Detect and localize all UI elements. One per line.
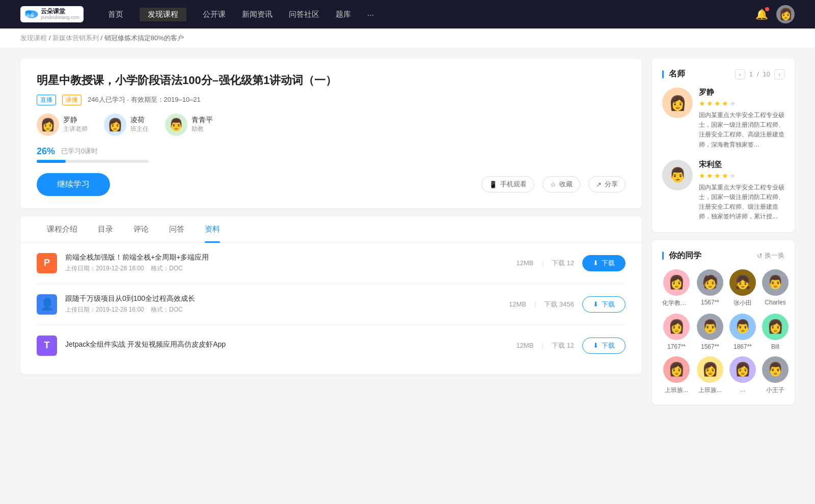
course-title: 明星中教授课，小学阶段语法100分–强化级第1讲动词（一） bbox=[37, 73, 626, 89]
refresh-icon: ↺ bbox=[757, 252, 763, 260]
classmate-10[interactable]: 👩 上班族... bbox=[697, 356, 723, 395]
classmates-title: 你的同学 bbox=[662, 250, 701, 261]
tab-comment[interactable]: 评论 bbox=[123, 216, 159, 242]
classmate-name-11: ... bbox=[740, 386, 745, 393]
tabs-section: 课程介绍 目录 评论 问答 资料 P 前端全栈加强版！前端全栈+全周期+多端应用… bbox=[20, 216, 642, 374]
teachers-prev-button[interactable]: ‹ bbox=[735, 69, 745, 79]
teachers-panel-title: 名师 bbox=[662, 69, 685, 79]
teachers-next-button[interactable]: › bbox=[774, 69, 784, 79]
classmate-name-9: 上班族... bbox=[665, 386, 688, 395]
nav-right: 🔔 👩 bbox=[755, 5, 795, 23]
download-icon-3: ⬇ bbox=[593, 342, 599, 349]
classmate-5[interactable]: 👩 1767** bbox=[662, 314, 691, 350]
classmate-9[interactable]: 👩 上班族... bbox=[662, 356, 691, 395]
teacher-1-role: 主讲老师 bbox=[63, 125, 88, 133]
teacher-1-avatar: 👩 bbox=[37, 114, 59, 136]
classmate-6[interactable]: 👨 1567** bbox=[697, 314, 723, 350]
classmate-name-2: 1567** bbox=[701, 299, 719, 306]
teacher-1-name: 罗静 bbox=[63, 116, 88, 125]
classmate-8[interactable]: 👩 Bill bbox=[762, 314, 789, 350]
teacher-3-role: 助教 bbox=[192, 125, 213, 133]
breadcrumb-series[interactable]: 新媒体营销系列 bbox=[52, 34, 99, 42]
resource-name-3: Jetpack全组件实战 开发短视频应用高仿皮皮虾App bbox=[65, 340, 508, 349]
classmate-1[interactable]: 👩 化学教书... bbox=[662, 269, 691, 307]
teacher-panel-desc-1: 国内某重点大学安全工程专业硕士，国家一级注册消防工程师、注册安全工程师、高级注册… bbox=[699, 110, 784, 150]
resource-size-1: 12MB bbox=[517, 259, 534, 267]
tab-catalog[interactable]: 目录 bbox=[88, 216, 123, 242]
resource-size-2: 12MB bbox=[509, 300, 526, 308]
teacher-3-name: 青青平 bbox=[192, 116, 213, 125]
breadcrumb: 发现课程 / 新媒体营销系列 / 销冠修炼术搞定80%的客户 bbox=[0, 29, 815, 48]
course-actions: 继续学习 📱 手机观看 ☆ 收藏 ↗ 分享 bbox=[37, 173, 626, 196]
left-panel: 明星中教授课，小学阶段语法100分–强化级第1讲动词（一） 直播 录播 246人… bbox=[20, 59, 642, 413]
teacher-panel-desc-2: 国内某重点大学安全工程专业硕士，国家一级注册消防工程师、注册安全工程师、级注册建… bbox=[699, 183, 784, 222]
classmate-avatar-11: 👩 bbox=[729, 356, 756, 383]
nav-qa[interactable]: 问答社区 bbox=[289, 8, 319, 21]
nav-home[interactable]: 首页 bbox=[108, 8, 123, 21]
nav-exam[interactable]: 题库 bbox=[336, 8, 351, 21]
collect-button[interactable]: ☆ 收藏 bbox=[542, 176, 580, 192]
classmates-header: 你的同学 ↺ 换一换 bbox=[662, 250, 784, 261]
classmate-7[interactable]: 👨 1867** bbox=[729, 314, 756, 350]
classmate-name-10: 上班族... bbox=[698, 386, 722, 395]
nav-more[interactable]: ··· bbox=[367, 8, 374, 21]
resource-item-2: 👤 跟随千万级项目从0到100全过程高效成长 上传日期：2019-12-28 1… bbox=[37, 284, 626, 325]
tag-record: 录播 bbox=[62, 95, 82, 105]
tab-qa[interactable]: 问答 bbox=[159, 216, 195, 242]
continue-button[interactable]: 继续学习 bbox=[37, 173, 110, 196]
notification-dot bbox=[765, 7, 769, 11]
resource-meta-1: 上传日期：2019-12-28 16:00 格式：DOC bbox=[65, 264, 508, 273]
nav-news[interactable]: 新闻资讯 bbox=[242, 8, 273, 21]
classmate-11[interactable]: 👩 ... bbox=[729, 356, 756, 395]
resource-icon-1: P bbox=[37, 253, 57, 273]
classmates-grid: 👩 化学教书... 🧑 1567** 👧 张小田 👨 Charles 👩 bbox=[662, 269, 784, 395]
mobile-view-button[interactable]: 📱 手机观看 bbox=[481, 176, 534, 192]
classmate-2[interactable]: 🧑 1567** bbox=[697, 269, 723, 307]
resource-downloads-2: 下载 3456 bbox=[544, 300, 574, 309]
teacher-panel-item-2: 👨 宋利坚 ★ ★ ★ ★ ★ 国内某重点大学安全工程专业硕士，国家一级注册消防… bbox=[662, 160, 784, 222]
teacher-2-role: 班主任 bbox=[130, 125, 149, 133]
classmate-3[interactable]: 👧 张小田 bbox=[729, 269, 756, 307]
user-avatar-nav[interactable]: 👩 bbox=[776, 5, 795, 23]
classmate-name-3: 张小田 bbox=[734, 299, 752, 307]
classmate-avatar-4: 👨 bbox=[762, 269, 789, 296]
right-panel: 名师 ‹ 1 / 10 › 👩 罗静 ★ ★ bbox=[652, 59, 795, 413]
bell-icon[interactable]: 🔔 bbox=[755, 8, 768, 20]
nav-open[interactable]: 公开课 bbox=[203, 8, 226, 21]
teacher-3-info: 青青平 助教 bbox=[192, 116, 213, 133]
share-label: 分享 bbox=[605, 180, 618, 189]
classmate-12[interactable]: 👨 小王子 bbox=[762, 356, 789, 395]
download-button-2[interactable]: ⬇ 下载 bbox=[582, 296, 626, 313]
teachers-page-current: 1 bbox=[749, 70, 753, 78]
teachers-panel-header: 名师 ‹ 1 / 10 › bbox=[662, 69, 784, 79]
breadcrumb-discover[interactable]: 发现课程 bbox=[20, 34, 47, 42]
classmate-avatar-2: 🧑 bbox=[697, 269, 723, 296]
logo-text: 云朵课堂 yundouketang.com bbox=[41, 8, 79, 20]
teacher-3-avatar: 👨 bbox=[165, 114, 187, 136]
teachers-list: 👩 罗静 主讲老师 👩 凌荷 班主任 bbox=[37, 114, 626, 136]
download-button-1[interactable]: ⬇ 下载 bbox=[582, 255, 626, 271]
teacher-1: 👩 罗静 主讲老师 bbox=[37, 114, 88, 136]
classmates-panel: 你的同学 ↺ 换一换 👩 化学教书... 🧑 1567** 👧 张小田 bbox=[652, 240, 795, 405]
teacher-panel-info-2: 宋利坚 ★ ★ ★ ★ ★ 国内某重点大学安全工程专业硕士，国家一级注册消防工程… bbox=[699, 160, 784, 222]
progress-label: 已学习0课时 bbox=[61, 147, 98, 156]
tabs-header: 课程介绍 目录 评论 问答 资料 bbox=[20, 216, 642, 243]
resource-item-1: P 前端全栈加强版！前端全栈+全周期+多端应用 上传日期：2019-12-28 … bbox=[37, 243, 626, 284]
share-button[interactable]: ↗ 分享 bbox=[588, 176, 626, 192]
resource-stats-1: 12MB | 下载 12 bbox=[517, 259, 574, 268]
tab-resource[interactable]: 资料 bbox=[195, 216, 230, 242]
resource-stats-2: 12MB | 下载 3456 bbox=[509, 300, 574, 309]
svg-text:云朵: 云朵 bbox=[26, 13, 35, 18]
teacher-panel-name-1: 罗静 bbox=[699, 88, 784, 97]
teacher-2-name: 凌荷 bbox=[130, 116, 149, 125]
download-button-3[interactable]: ⬇ 下载 bbox=[582, 338, 626, 354]
nav-discover[interactable]: 发现课程 bbox=[140, 8, 186, 21]
teacher-panel-item-1: 👩 罗静 ★ ★ ★ ★ ★ 国内某重点大学安全工程专业硕士，国家一级注册消防工… bbox=[662, 88, 784, 150]
resource-icon-2: 👤 bbox=[37, 294, 57, 315]
teacher-2-avatar: 👩 bbox=[104, 114, 126, 136]
classmate-4[interactable]: 👨 Charles bbox=[762, 269, 789, 307]
tab-intro[interactable]: 课程介绍 bbox=[37, 216, 88, 242]
logo-area[interactable]: 云朵 云朵课堂 yundouketang.com bbox=[20, 6, 84, 22]
refresh-button[interactable]: ↺ 换一换 bbox=[757, 251, 784, 260]
classmate-name-8: Bill bbox=[771, 343, 779, 350]
